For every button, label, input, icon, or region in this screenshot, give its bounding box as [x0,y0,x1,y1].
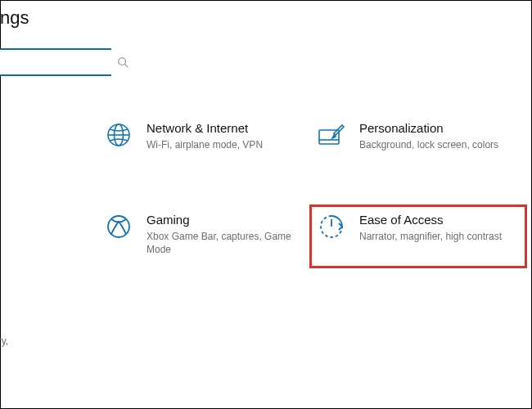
tile-label: Network & Internet [147,120,307,137]
tile-desc: ate [0,230,94,243]
tile-text: Network & Internet Wi-Fi, airplane mode,… [147,120,307,151]
tile-text: urity s, recovery, [0,317,94,348]
tile-label: Personalization [359,120,520,137]
search-box[interactable] [0,48,111,76]
tile-update-security[interactable]: urity s, recovery, [0,312,99,357]
tile-desc: , iPhone [0,122,94,135]
svg-point-7 [108,216,129,237]
tile-label: urity [0,317,94,333]
tile-gaming[interactable]: Gaming Xbox Game Bar, captures, Game Mod… [99,207,312,266]
tile-label: Gaming [147,212,307,228]
ease-of-access-icon [317,212,346,241]
tile-phone[interactable]: , iPhone [0,115,99,161]
search-icon [117,56,128,68]
tile-text: Gaming Xbox Game Bar, captures, Game Mod… [147,212,307,256]
paintbrush-icon [317,120,346,150]
tile-label: Ease of Access [359,212,520,228]
tile-text: , iPhone [0,120,94,135]
tile-text: Ease of Access Narrator, magnifier, high… [359,212,520,243]
settings-grid: , iPhone Network & Internet Wi-Fi, airpl… [0,115,532,357]
search-input[interactable] [0,50,117,74]
tile-desc: Narrator, magnifier, high contrast [359,230,507,243]
globe-icon [104,120,133,150]
tile-desc: Xbox Game Bar, captures, Game Mode [147,230,294,256]
tile-desc: Wi-Fi, airplane mode, VPN [147,138,294,151]
svg-point-0 [119,58,126,65]
svg-line-1 [125,65,128,68]
tile-label: age [0,212,94,228]
xbox-icon [104,212,133,241]
tile-text: Personalization Background, lock screen,… [359,120,520,151]
page-title: ttings [0,7,29,29]
tile-text: age ate [0,212,94,243]
tile-ease-of-access[interactable]: Ease of Access Narrator, magnifier, high… [312,207,525,266]
tile-network[interactable]: Network & Internet Wi-Fi, airplane mode,… [99,115,312,161]
tile-personalization[interactable]: Personalization Background, lock screen,… [312,115,525,161]
tile-desc: s, recovery, [0,335,94,348]
tile-desc: Background, lock screen, colors [359,138,507,151]
tile-time-language[interactable]: age ate [0,207,99,266]
settings-window: ttings , iPhone [0,0,532,409]
